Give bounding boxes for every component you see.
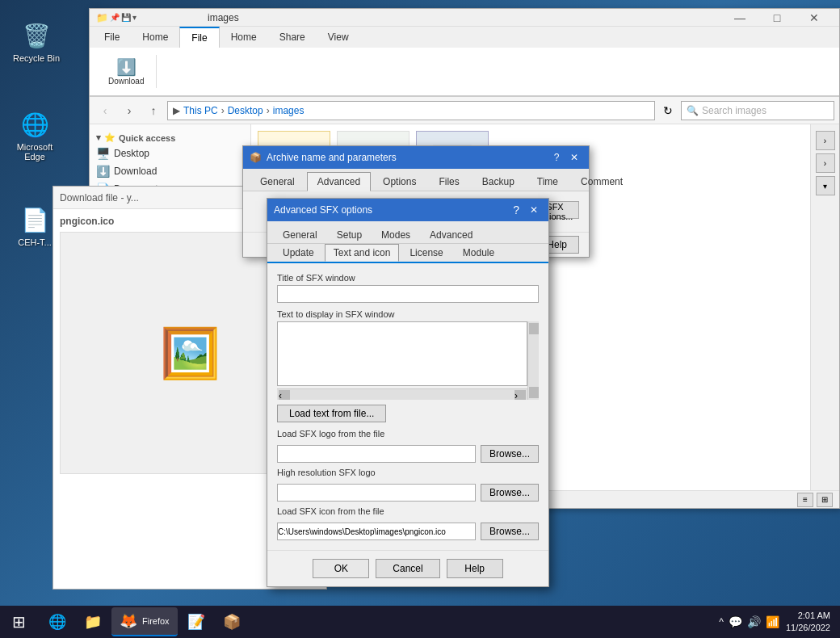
sfx-tab-general[interactable]: General	[274, 226, 326, 243]
desktop-icon-edge[interactable]: 🌐 Microsoft Edge	[6, 105, 63, 165]
sfx-tab-advanced[interactable]: Advanced	[421, 226, 481, 243]
ribbon-content: ⬇️ Download	[90, 48, 839, 96]
h-scroll-right: ›	[514, 390, 526, 400]
rar-tabs: General Advanced Options Files Backup Ti…	[243, 169, 589, 191]
sfx-title-input[interactable]	[277, 285, 539, 303]
ribbon-tab-file[interactable]: File	[93, 27, 131, 48]
refresh-button[interactable]: ↻	[658, 101, 678, 120]
sidebar-section-quick-access[interactable]: ▾ ⭐ Quick access	[90, 128, 250, 145]
list-view-button[interactable]: ≡	[797, 493, 813, 507]
rar-title-bar: 📦 Archive name and parameters ? ✕	[243, 146, 589, 169]
breadcrumb-images[interactable]: images	[273, 105, 304, 116]
address-bar[interactable]: ▶ This PC › Desktop › images	[167, 101, 655, 120]
sfx-help-button[interactable]: Help	[447, 559, 503, 578]
ribbon: File Home File Home Share View ⬇️ Downlo…	[90, 27, 839, 97]
right-panel-btn-3[interactable]: ▾	[816, 176, 835, 195]
up-button[interactable]: ↑	[143, 100, 164, 121]
rar-tab-options[interactable]: Options	[372, 172, 426, 191]
right-panel-btn-1[interactable]: ›	[816, 131, 835, 150]
forward-button[interactable]: ›	[119, 100, 140, 121]
back-button[interactable]: ‹	[94, 100, 116, 121]
sfx-icon-input[interactable]	[277, 523, 476, 540]
edge-label: Microsoft Edge	[10, 142, 60, 162]
taskbar-item-notepad[interactable]: 📝	[179, 607, 213, 636]
breadcrumb-desktop[interactable]: Desktop	[228, 105, 263, 116]
ribbon-tab-share[interactable]: Share	[268, 27, 317, 48]
download-label: Download	[108, 77, 144, 86]
taskbar-item-rar[interactable]: 📦	[215, 607, 249, 636]
ribbon-tab-home[interactable]: Home	[131, 27, 179, 48]
taskbar-clock[interactable]: 2:01 AM 11/26/2022	[786, 610, 830, 635]
sfx-browse-logo-button[interactable]: Browse...	[481, 445, 539, 463]
systray-expand[interactable]: ^	[719, 616, 724, 628]
desktop-icon-recycle-bin[interactable]: 🗑️ Recycle Bin	[8, 16, 65, 66]
downloads-sidebar-label: Download	[114, 166, 157, 177]
sfx-title-controls: ? ✕	[513, 203, 542, 217]
sfx-tab-update[interactable]: Update	[274, 244, 323, 262]
sfx-hires-input[interactable]	[277, 484, 476, 502]
qat-dropdown-icon: ▾	[132, 13, 136, 22]
sfx-tabs-row2: Update Text and icon License Module	[267, 244, 548, 263]
sidebar-item-desktop[interactable]: 🖥️ Desktop	[90, 145, 250, 162]
taskbar-rar-icon: 📦	[223, 613, 241, 631]
load-text-button[interactable]: Load text from file...	[277, 405, 386, 422]
breadcrumb-sep-2: ›	[267, 105, 270, 116]
rar-icon: 📦	[250, 152, 262, 163]
grid-view-button[interactable]: ⊞	[817, 493, 833, 507]
systray-network-icon[interactable]: 📶	[766, 615, 779, 628]
sfx-ok-button[interactable]: OK	[313, 559, 369, 578]
sfx-tab-modes[interactable]: Modes	[372, 226, 419, 243]
explorer-window-title: images	[208, 12, 239, 23]
sfx-tab-module[interactable]: Module	[454, 244, 503, 262]
sfx-body: Title of SFX window Text to display in S…	[267, 263, 548, 550]
sfx-icon-label: Load SFX icon from the file	[277, 506, 539, 516]
rar-tab-comment[interactable]: Comment	[570, 172, 633, 191]
view-buttons: ≡ ⊞	[797, 493, 833, 507]
rar-close-button[interactable]: ✕	[566, 150, 582, 165]
quick-access-toolbar: 📁 📌 💾 ▾ images — □ ✕	[90, 9, 839, 27]
rar-tab-advanced[interactable]: Advanced	[307, 172, 371, 191]
sfx-text-area[interactable]	[277, 321, 527, 386]
systray-volume-icon[interactable]: 🔊	[747, 615, 761, 628]
sfx-logo-input[interactable]	[277, 445, 476, 463]
start-icon: ⊞	[12, 612, 26, 632]
rar-help-button[interactable]: ?	[548, 150, 565, 165]
sidebar-item-downloads[interactable]: ⬇️ Download	[90, 162, 250, 180]
taskbar-edge-icon: 🌐	[48, 613, 66, 631]
sfx-tab-text-icon[interactable]: Text and icon	[325, 244, 400, 262]
sfx-cancel-button[interactable]: Cancel	[376, 559, 439, 578]
ribbon-tab-home-2[interactable]: Home	[220, 27, 268, 48]
systray: ^ 💬 🔊 📶	[719, 615, 779, 628]
rar-tab-backup[interactable]: Backup	[472, 172, 525, 191]
download-ribbon-button[interactable]: ⬇️ Download	[103, 55, 149, 88]
browser-preview-icon: 🖼️	[160, 325, 220, 382]
sfx-hires-row: Browse...	[277, 484, 539, 502]
sfx-browse-icon-button[interactable]: Browse...	[481, 523, 539, 540]
sfx-bottom-buttons: OK Cancel Help	[267, 550, 548, 586]
sfx-hires-label: High resolution SFX logo	[277, 468, 539, 477]
rar-tab-general[interactable]: General	[250, 172, 305, 191]
browser-title-text: Download file - y...	[60, 192, 139, 204]
right-panel-btn-2[interactable]: ›	[816, 153, 835, 173]
sfx-tab-setup[interactable]: Setup	[328, 226, 371, 243]
breadcrumb-this-pc[interactable]: This PC	[183, 105, 218, 116]
breadcrumb-arrow: ▶	[173, 105, 180, 116]
search-box[interactable]: 🔍 Search images	[681, 101, 834, 120]
ribbon-group-download: ⬇️ Download	[96, 55, 157, 88]
taskbar-item-explorer[interactable]: 📁	[76, 607, 110, 636]
sfx-help-icon[interactable]: ?	[513, 204, 519, 216]
clock-time: 2:01 AM	[786, 610, 830, 622]
start-button[interactable]: ⊞	[0, 606, 37, 638]
sfx-close-button[interactable]: ✕	[526, 203, 542, 217]
sfx-title-label: Advanced SFX options	[274, 204, 372, 216]
sfx-tab-license[interactable]: License	[401, 244, 452, 262]
sfx-browse-hires-button[interactable]: Browse...	[481, 484, 539, 502]
ribbon-tab-file-2[interactable]: File	[179, 27, 219, 48]
rar-tab-files[interactable]: Files	[428, 172, 469, 191]
right-panel: › › ▾	[810, 124, 839, 490]
ribbon-tab-view[interactable]: View	[317, 27, 360, 48]
taskbar-item-firefox[interactable]: 🦊 Firefox	[111, 607, 178, 636]
taskbar-notepad-icon: 📝	[187, 613, 205, 631]
rar-tab-time[interactable]: Time	[527, 172, 569, 191]
taskbar-item-edge[interactable]: 🌐	[40, 607, 74, 636]
